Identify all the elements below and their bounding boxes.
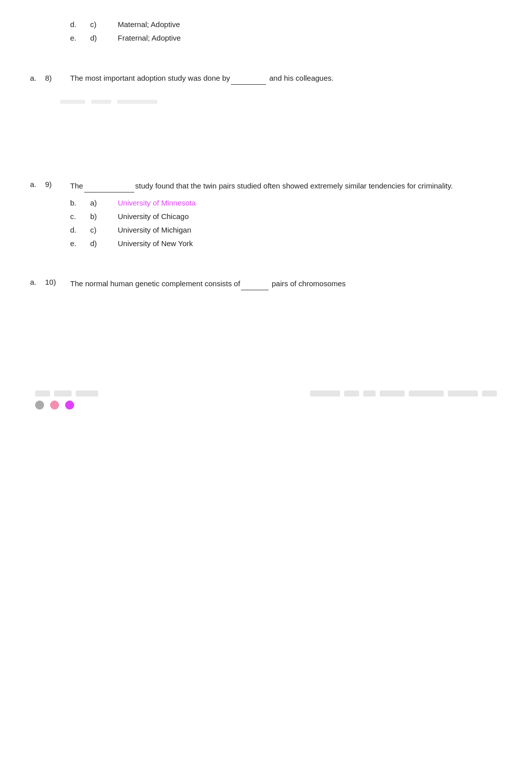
option-9d-text: University of Michigan xyxy=(118,226,191,234)
option-9d: d. c) University of Michigan xyxy=(70,226,502,234)
bottom-spacer xyxy=(30,391,502,531)
q9-text: The study found that the twin pairs stud… xyxy=(70,180,502,192)
q10-blank xyxy=(241,278,269,290)
q9-text-after: study found that the twin pairs studied … xyxy=(135,181,453,190)
q9-label-num: 9) xyxy=(45,180,70,188)
q8-text-after: and his colleagues. xyxy=(270,74,334,82)
nav-blur-6 xyxy=(363,391,376,397)
option-9c: c. b) University of Chicago xyxy=(70,212,502,221)
q7-options-block: d. c) Maternal; Adoptive e. d) Fraternal… xyxy=(30,20,502,42)
footer-nav-bar xyxy=(30,391,502,397)
nav-blur-4 xyxy=(310,391,340,397)
nav-blur-7 xyxy=(380,391,405,397)
dec-line-2 xyxy=(91,100,111,104)
option-7d: d. c) Maternal; Adoptive xyxy=(70,20,502,29)
option-9c-label: c. xyxy=(70,212,90,221)
q8-text-before: The most important adoption study was do… xyxy=(70,74,230,82)
option-9e-sublabel: d) xyxy=(90,239,118,248)
dot-pink xyxy=(50,401,59,410)
nav-blur-5 xyxy=(344,391,359,397)
q10-label-a: a. xyxy=(30,278,45,286)
option-7d-label: d. xyxy=(70,20,90,29)
option-9d-label: d. xyxy=(70,226,90,234)
q8-label-num: 8) xyxy=(45,72,70,84)
option-7e-label: e. xyxy=(70,34,90,42)
q9-options: b. a) University of Minnesota c. b) Univ… xyxy=(70,199,502,248)
q9-label-a: a. xyxy=(30,180,45,188)
nav-blur-2 xyxy=(54,391,72,397)
option-7e-sublabel: d) xyxy=(90,34,118,42)
dec-line-1 xyxy=(60,100,85,104)
option-9d-sublabel: c) xyxy=(90,226,118,234)
option-7e-text: Fraternal; Adoptive xyxy=(118,34,181,42)
middle-spacer xyxy=(30,100,502,180)
option-9b: b. a) University of Minnesota xyxy=(70,199,502,207)
q10-text-after: pairs of chromosomes xyxy=(272,279,346,288)
q10-label-num: 10) xyxy=(45,278,70,286)
decorative-lines-1 xyxy=(60,100,502,104)
dot-gray xyxy=(35,401,44,410)
footer-area xyxy=(30,391,502,410)
q10-block: a. 10) The normal human genetic compleme… xyxy=(30,278,502,290)
q8-line: a. 8) The most important adoption study … xyxy=(30,72,502,85)
q10-text-before: The normal human genetic complement cons… xyxy=(70,279,240,288)
nav-blur-10 xyxy=(482,391,497,397)
option-9b-sublabel: a) xyxy=(90,199,118,207)
option-7d-sublabel: c) xyxy=(90,20,118,29)
q8-block: a. 8) The most important adoption study … xyxy=(30,72,502,85)
option-7d-text: Maternal; Adoptive xyxy=(118,20,180,29)
option-9e-text: University of New York xyxy=(118,239,193,248)
q10-text: The normal human genetic complement cons… xyxy=(70,278,502,290)
q9-blank xyxy=(84,180,134,192)
dec-line-3 xyxy=(117,100,157,104)
nav-blur-9 xyxy=(448,391,478,397)
nav-blur-1 xyxy=(35,391,50,397)
nav-blur-8 xyxy=(409,391,444,397)
q8-blank xyxy=(231,72,266,85)
q8-text: The most important adoption study was do… xyxy=(70,72,502,85)
q9-block: a. 9) The study found that the twin pair… xyxy=(30,180,502,248)
footer-dot-row xyxy=(30,401,502,410)
option-9b-text: University of Minnesota xyxy=(118,199,196,207)
q9-text-before: The xyxy=(70,181,83,190)
q9-question-line: a. 9) The study found that the twin pair… xyxy=(30,180,502,192)
option-9c-text: University of Chicago xyxy=(118,212,189,221)
option-9c-sublabel: b) xyxy=(90,212,118,221)
option-9b-label: b. xyxy=(70,199,90,207)
q8-label-a: a. xyxy=(30,72,45,84)
option-7e: e. d) Fraternal; Adoptive xyxy=(70,34,502,42)
option-9e-label: e. xyxy=(70,239,90,248)
q10-question-line: a. 10) The normal human genetic compleme… xyxy=(30,278,502,290)
nav-blur-3 xyxy=(76,391,98,397)
option-9e: e. d) University of New York xyxy=(70,239,502,248)
dot-magenta xyxy=(65,401,74,410)
